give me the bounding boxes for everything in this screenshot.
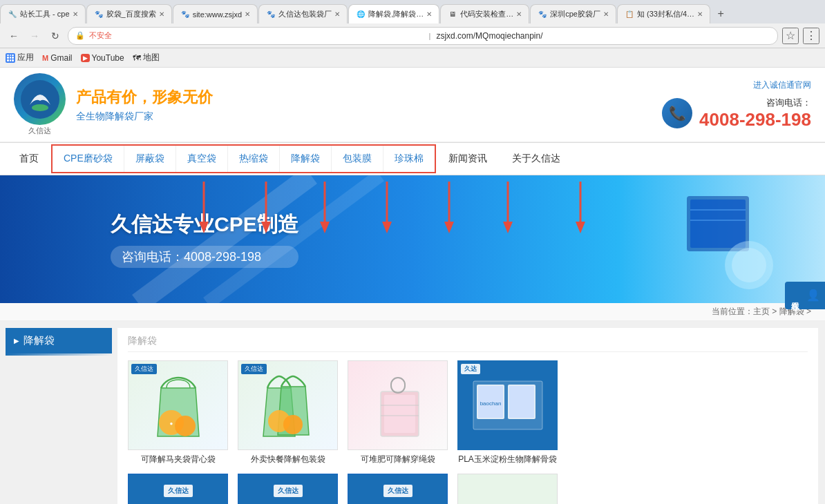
product-card-2[interactable]: 久信达 外卖快餐降解包装袋 [238,360,338,465]
phone-icon: 📞 [662,98,692,128]
tab-close-1[interactable]: ✕ [73,10,78,18]
tab-7[interactable]: 🐾 深圳cpe胶袋厂 ✕ [530,4,616,23]
nav-item-news[interactable]: 新闻资讯 [436,146,500,172]
product-img-4: 久达 baochan [457,360,558,450]
svg-rect-33 [391,378,405,393]
address-protocol: 不安全 [89,30,424,41]
tab-5[interactable]: 🌐 降解袋,降解袋… ✕ [348,4,439,23]
menu-button[interactable]: ⋮ [803,28,819,44]
tab-label-4: 久信达包装袋厂 [278,9,332,19]
header-left: 久信达 产品有价，形象无价 全生物降解袋厂家 [14,73,213,136]
tab-favicon-5: 🌐 [356,10,366,19]
tab-favicon-1: 🔧 [8,10,17,19]
nav-item-film[interactable]: 包装膜 [331,146,383,172]
product-label-2: 外卖快餐降解包装袋 [238,454,338,465]
gmail-icon: M [42,54,48,62]
phone-label: 咨询电话： [699,97,811,109]
bookmark-apps-label: 应用 [17,52,34,64]
main-content: ▶ 降解袋 降解袋 久信达 [0,321,825,504]
bookmark-youtube[interactable]: ▶ YouTube [81,53,124,63]
product-badge-7: 久信达 [383,485,413,497]
logo-circle[interactable] [14,73,66,125]
logo-area: 久信达 [14,73,66,136]
tab-favicon-7: 🐾 [538,10,547,19]
bag-svg-4: baochan [470,378,546,433]
tab-2[interactable]: 🐾 胶袋_百度搜索 ✕ [86,4,172,23]
back-button[interactable]: ← [6,28,22,44]
sidebar: ▶ 降解袋 [0,321,117,504]
nav-item-degrade[interactable]: 降解袋 [279,146,331,172]
tab-close-7[interactable]: ✕ [603,10,609,18]
banner-decoration [645,182,784,300]
nav-item-pearl[interactable]: 珍珠棉 [383,146,435,172]
header-right: 进入诚信通官网 📞 咨询电话： 4008-298-198 [662,79,811,130]
site-header: 久信达 产品有价，形象无价 全生物降解袋厂家 进入诚信通官网 📞 咨询电话： 4… [0,68,825,142]
product-label-1: 可降解马夹袋背心袋 [128,454,228,465]
bookmark-gmail[interactable]: M Gmail [42,53,73,63]
svg-text:●: ● [169,420,173,427]
tab-favicon-2: 🐾 [94,10,104,19]
product-card-8[interactable] [457,474,558,504]
tab-favicon-4: 🐾 [266,10,276,19]
tab-close-4[interactable]: ✕ [334,10,340,18]
nav-item-screen[interactable]: 屏蔽袋 [124,146,176,172]
svg-point-28 [283,415,303,434]
nav-menu: 首页 CPE磨砂袋 屏蔽袋 真空袋 热缩袋 降解袋 包装膜 珍珠棉 新闻资讯 关… [0,142,825,175]
tab-close-2[interactable]: ✕ [159,10,164,18]
product-card-6[interactable]: 久信达 [238,474,338,504]
svg-text:baochan: baochan [480,400,501,407]
product-card-3[interactable]: 可堆肥可降解穿绳袋 [348,360,448,465]
product-img-1: 久信达 ● [128,360,228,450]
product-card-1[interactable]: 久信达 ● 可降解马夹袋背心袋 [128,360,228,465]
tab-label-7: 深圳cpe胶袋厂 [550,9,600,19]
tab-4[interactable]: 🐾 久信达包装袋厂 ✕ [258,4,348,23]
address-url[interactable]: zsjxd.com/MQmoqiechanpin/ [436,31,770,41]
tab-favicon-3: 🐾 [180,10,190,19]
tab-close-6[interactable]: ✕ [516,10,522,18]
lock-icon: 🔒 [75,31,85,40]
tab-close-8[interactable]: ✕ [697,10,703,18]
bookmark-apps[interactable]: 应用 [6,52,34,64]
svg-rect-17 [690,200,746,248]
product-badge-6: 久信达 [274,485,303,497]
bookmark-gmail-label: Gmail [50,53,72,63]
product-card-4[interactable]: 久达 baochan PLA玉米淀粉生物降解骨袋 [457,360,558,465]
nav-item-shrink[interactable]: 热缩袋 [227,146,279,172]
star-button[interactable]: ☆ [782,28,799,44]
bag-svg-3 [367,367,429,443]
product-row-1: 久信达 ● 可降解马夹袋背心袋 [128,360,808,465]
slogan-sub: 全生物降解袋厂家 [76,110,213,123]
bookmark-maps[interactable]: 🗺 地图 [133,52,160,64]
nav-item-home[interactable]: 首页 [7,146,51,172]
tab-3[interactable]: 🐾 site:www.zsjxd ✕ [173,4,258,23]
breadcrumb: 当前位置：主页 > 降解袋 > [0,303,825,321]
float-customer-service[interactable]: 👤 在线客服 [785,282,825,309]
tab-close-5[interactable]: ✕ [426,10,432,18]
tab-close-3[interactable]: ✕ [245,10,250,18]
tab-label-2: 胶袋_百度搜索 [106,9,156,19]
forward-button[interactable]: → [26,28,43,44]
official-site-link[interactable]: 进入诚信通官网 [662,79,811,91]
product-card-5[interactable]: 久信达 [128,474,228,504]
youtube-icon: ▶ [81,54,90,62]
product-label-3: 可堆肥可降解穿绳袋 [348,454,448,465]
tab-add-button[interactable]: + [711,4,730,23]
tab-8[interactable]: 📋 知 (33封私信/4… ✕ [617,4,710,23]
browser-chrome: 🔧 站长工具 - cpe ✕ 🐾 胶袋_百度搜索 ✕ 🐾 site:www.zs… [0,0,825,68]
tab-1[interactable]: 🔧 站长工具 - cpe ✕ [0,4,86,23]
nav-item-cpe[interactable]: CPE磨砂袋 [53,146,124,172]
product-badge-5: 久信达 [164,485,193,497]
nav-item-vacuum[interactable]: 真空袋 [176,146,227,172]
sidebar-title-bar[interactable]: ▶ 降解袋 [6,328,112,353]
nav-item-about[interactable]: 关于久信达 [500,146,573,172]
product-row-2: 久信达 久信达 久信达 [128,474,808,504]
nav-highlighted-group: CPE磨砂袋 屏蔽袋 真空袋 热缩袋 降解袋 包装膜 珍珠棉 [51,144,436,173]
website: 久信达 产品有价，形象无价 全生物降解袋厂家 进入诚信通官网 📞 咨询电话： 4… [0,68,825,504]
tab-6[interactable]: 🖥 代码安装检查… ✕ [440,4,529,23]
reload-button[interactable]: ↻ [47,28,64,44]
phone-number: 4008-298-198 [699,109,811,130]
tab-favicon-6: 🖥 [448,10,457,19]
phone-area: 📞 咨询电话： 4008-298-198 [662,97,811,130]
product-card-7[interactable]: 久信达 [348,474,448,504]
phone-info: 咨询电话： 4008-298-198 [699,97,811,130]
